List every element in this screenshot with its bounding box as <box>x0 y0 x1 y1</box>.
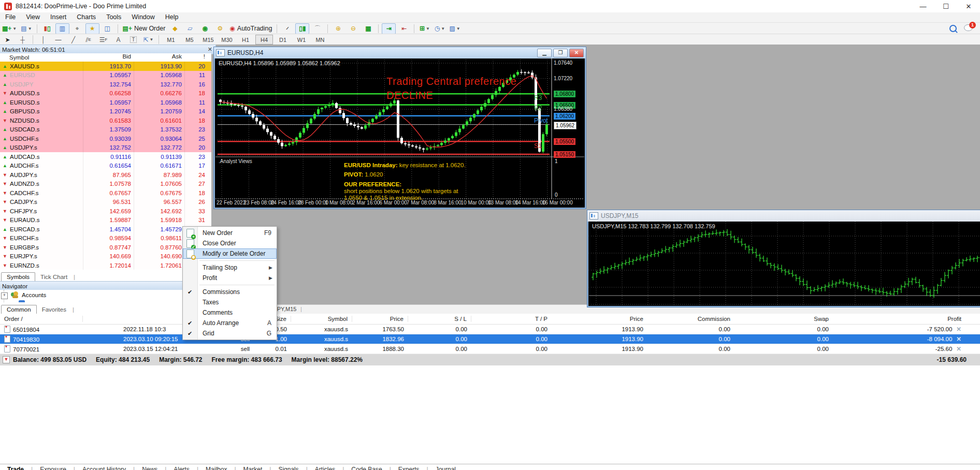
tab-symbols[interactable]: Symbols <box>1 272 35 281</box>
market-watch-row[interactable]: ▲USDCAD.s1.375091.3753223 <box>0 125 211 135</box>
navigator-toggle[interactable]: ⌖ <box>70 23 84 34</box>
close-order-icon[interactable]: ✕ <box>956 336 961 342</box>
chat-icon[interactable]: 1 <box>964 24 973 33</box>
column-tp[interactable]: T / P <box>471 316 552 322</box>
profiles-button[interactable]: ▤▼ <box>19 23 33 34</box>
terminal-tab-news[interactable]: News <box>135 466 165 470</box>
close-button[interactable]: ✕ <box>957 1 980 12</box>
menu-file[interactable]: File <box>0 12 21 22</box>
terminal-tab-exposure[interactable]: Exposure <box>33 466 74 470</box>
tab-tick-chart[interactable]: Tick Chart <box>35 273 73 281</box>
timeframe-h1[interactable]: H1 <box>237 35 254 45</box>
column-sl[interactable]: S / L <box>408 316 471 322</box>
market-watch-row[interactable]: ▼EURGBP.s0.877470.87760 <box>0 243 211 252</box>
close-order-icon[interactable]: ✕ <box>956 346 961 352</box>
market-watch-row[interactable]: ▲USDCHF.s0.930390.9306425 <box>0 134 211 143</box>
market-watch-row[interactable]: ▼EURAUD.s1.598871.5991831 <box>0 216 211 225</box>
signals-icon[interactable]: ◉ <box>198 23 212 34</box>
menu-item-commissions[interactable]: ✔Commissions <box>183 287 277 297</box>
tree-expand-icon[interactable]: + <box>1 292 8 299</box>
market-watch-row[interactable]: ▲XAUUSD.s1913.701913.9020 <box>0 62 211 71</box>
column-swap[interactable]: Swap <box>734 316 833 322</box>
periods-button[interactable]: ◷▼ <box>433 23 446 34</box>
column-order[interactable]: Order / <box>0 316 83 322</box>
menu-item-auto-arrange[interactable]: ✔Auto ArrangeA <box>183 318 277 328</box>
terminal-tab-account-history[interactable]: Account History <box>75 466 133 470</box>
terminal-tab-experts[interactable]: Experts <box>391 466 427 470</box>
channel-icon[interactable]: ⫽E <box>81 34 95 45</box>
vertical-line-icon[interactable]: │ <box>36 34 50 45</box>
auto-scroll-icon[interactable]: ⇥ <box>382 23 396 34</box>
timeframe-mn[interactable]: MN <box>311 35 329 45</box>
eurusd-chart-area[interactable]: EURUSD,H4 1.05896 1.05989 1.05862 1.0596… <box>215 58 584 207</box>
horizontal-line-icon[interactable]: — <box>51 34 65 45</box>
terminal-tab-market[interactable]: Market <box>236 466 270 470</box>
terminal-tab-mailbox[interactable]: Mailbox <box>198 466 234 470</box>
minimize-button[interactable]: — <box>912 1 934 12</box>
menu-item-modify-or-delete-order[interactable]: ✱Modify or Delete Order <box>183 248 277 259</box>
column-profit[interactable]: Profit <box>833 316 965 322</box>
menu-item-profit[interactable]: Profit▶ <box>183 273 277 283</box>
search-icon[interactable] <box>949 25 957 32</box>
menu-help[interactable]: Help <box>160 12 184 22</box>
market-watch-row[interactable]: ▲EURCAD.s1.457041.45729 <box>0 225 211 234</box>
text-label-icon[interactable]: T <box>126 34 140 45</box>
market-watch-row[interactable]: ▲EURUSD1.059571.0596811 <box>0 71 211 80</box>
market-watch-row[interactable]: ▼AUDNZD.s1.075781.0760527 <box>0 180 211 189</box>
timeframe-w1[interactable]: W1 <box>293 35 310 45</box>
menu-insert[interactable]: Insert <box>45 12 71 22</box>
crosshair-icon[interactable]: ┼ <box>16 34 30 45</box>
market-watch-row[interactable]: ▲AUDCHF.s0.616540.6167117 <box>0 161 211 171</box>
terminal-toggle[interactable]: ★ <box>85 23 99 34</box>
maximize-button[interactable]: ☐ <box>934 1 957 12</box>
market-watch-row[interactable]: ▼EURNZD.s1.720141.72061 <box>0 261 211 270</box>
options-icon[interactable]: ⚙ <box>213 23 227 34</box>
market-watch-row[interactable]: ▲GBPUSD.s1.207451.2075914 <box>0 107 211 116</box>
order-row[interactable]: 707700212023.03.15 12:04:21sell0.01xauus… <box>0 344 980 354</box>
market-watch-row[interactable]: ▼AUDJPY.s87.96587.98924 <box>0 170 211 180</box>
timeframe-h4[interactable]: H4 <box>255 35 273 45</box>
terminal-tab-trade[interactable]: Trade <box>0 466 31 470</box>
order-row[interactable]: 650198042022.11.18 10:30.50xauusd.s1763.… <box>0 325 980 334</box>
chart-minimize-button[interactable]: ▁ <box>537 49 552 57</box>
chart-close-button[interactable]: ✕ <box>569 49 584 57</box>
market-watch-row[interactable]: ▼EURJPY.s140.669140.690 <box>0 252 211 261</box>
zoom-in-icon[interactable]: ⊕ <box>331 23 345 34</box>
templates-button[interactable]: ▨▼ <box>448 23 462 34</box>
terminal-tab-signals[interactable]: Signals <box>271 466 306 470</box>
column-spread[interactable]: ! <box>184 53 208 62</box>
column-price[interactable]: Price <box>352 316 408 322</box>
menu-item-new-order[interactable]: +New OrderF9 <box>183 228 277 238</box>
deposit-icon[interactable]: ◆ <box>168 23 182 34</box>
timeframe-m30[interactable]: M30 <box>218 35 236 45</box>
tab-common[interactable]: Common <box>1 305 37 314</box>
column-price[interactable]: Price <box>552 316 647 322</box>
candlestick-chart-icon[interactable]: ▯▮ <box>295 23 309 34</box>
usdjpy-chart-area[interactable]: USDJPY,M15 132.783 132.799 132.708 132.7… <box>589 222 980 305</box>
terminal-tab-code-base[interactable]: Code Base <box>344 466 389 470</box>
terminal-tab-journal[interactable]: Journal <box>428 466 463 470</box>
menu-item-taxes[interactable]: Taxes <box>183 297 277 307</box>
autotrading-button[interactable]: ◉AutoTrading <box>228 23 273 34</box>
market-watch-toggle[interactable]: ▮▯ <box>40 23 54 34</box>
eurusd-window-titlebar[interactable]: EURUSD,H4 ▁ ❐ ✕ <box>214 47 586 58</box>
menu-item-comments[interactable]: Comments <box>183 307 277 318</box>
market-watch-row[interactable]: ▼CADCHF.s0.676570.6767518 <box>0 188 211 198</box>
close-order-icon[interactable]: ✕ <box>956 326 961 332</box>
usdjpy-window-titlebar[interactable]: USDJPY,M15 <box>587 210 980 222</box>
market-watch-row[interactable]: ▼AUDUSD.s0.662580.6627618 <box>0 89 211 98</box>
bar-chart-icon[interactable]: 𝄍 <box>280 23 294 34</box>
new-order-button[interactable]: ▤+New Order <box>121 23 167 34</box>
market-watch-close-icon[interactable]: ✕ <box>208 46 213 53</box>
market-watch-row[interactable]: ▼NZDUSD.s0.615830.6160118 <box>0 116 211 125</box>
column-bid[interactable]: Bid <box>83 53 134 62</box>
market-watch-row[interactable]: ▲AUDCAD.s0.911160.9113923 <box>0 152 211 161</box>
timeframe-m15[interactable]: M15 <box>199 35 217 45</box>
tile-windows-icon[interactable]: ▦ <box>361 23 375 34</box>
menu-item-trailing-stop[interactable]: Trailing Stop▶ <box>183 262 277 273</box>
market-watch-row[interactable]: ▼CADJPY.s96.53196.55726 <box>0 198 211 207</box>
menu-view[interactable]: View <box>21 12 45 22</box>
market-watch-row[interactable]: ▲EURUSD.s1.059571.0596811 <box>0 98 211 107</box>
timeframe-m1[interactable]: M1 <box>162 35 180 45</box>
terminal-tab-alerts[interactable]: Alerts <box>166 466 197 470</box>
